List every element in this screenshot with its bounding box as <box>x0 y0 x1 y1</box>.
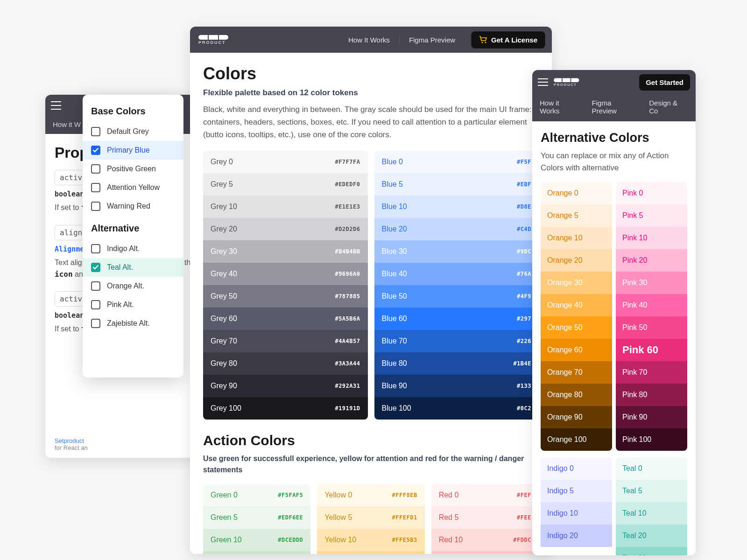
swatch-row[interactable]: Orange 50 <box>541 316 612 339</box>
swatch-row[interactable]: Blue 30#9DC <box>374 240 539 263</box>
swatch-row[interactable]: Red 5#FEE <box>431 506 539 529</box>
swatch-row[interactable]: Teal 5 <box>616 480 687 502</box>
swatch-row[interactable]: Grey 60#5A5B6A <box>203 308 368 330</box>
swatch-row[interactable]: Teal 20 <box>616 525 687 547</box>
color-filter-item[interactable]: Teal Alt. <box>83 258 183 277</box>
swatch-row[interactable]: Grey 90#292A31 <box>203 375 368 397</box>
checkbox[interactable] <box>91 319 100 328</box>
color-filter-item[interactable]: Warning Red <box>83 197 183 216</box>
swatch-row[interactable]: Blue 80#1B4E <box>374 352 539 375</box>
checkbox[interactable] <box>91 127 100 136</box>
swatch-row[interactable]: Grey 10#E1E1E3 <box>203 196 368 218</box>
swatch-row[interactable]: Orange 40 <box>541 294 612 316</box>
swatch-row[interactable]: Orange 80 <box>541 384 612 406</box>
swatch-row[interactable]: Indigo 20 <box>541 525 612 547</box>
swatch-row[interactable]: Grey 0#F7F7FA <box>203 151 368 173</box>
menu-icon[interactable] <box>538 78 548 86</box>
swatch-row[interactable]: Blue 100#0C2 <box>374 397 539 420</box>
color-filter-item[interactable]: Default Grey <box>83 122 183 141</box>
swatch-row[interactable]: Pink 50 <box>616 316 687 339</box>
swatch-row[interactable]: Orange 10 <box>541 227 612 249</box>
checkbox[interactable] <box>91 164 100 174</box>
subnav-item[interactable]: How it W <box>53 120 81 128</box>
nav-figma-preview[interactable]: Figma Preview <box>400 36 465 44</box>
swatch-row[interactable]: Orange 20 <box>541 249 612 272</box>
checkbox[interactable] <box>91 202 100 211</box>
swatch-row[interactable]: Grey 20#D2D2D6 <box>203 218 368 240</box>
checkbox[interactable] <box>91 244 100 253</box>
logo[interactable]: PRODUCT <box>554 78 579 86</box>
get-license-button[interactable]: Get A License <box>471 31 545 49</box>
swatch-row[interactable]: Pink 0 <box>616 182 687 204</box>
swatch-row[interactable]: Pink 40 <box>616 294 687 316</box>
color-filter-item[interactable]: Zajebiste Alt. <box>83 314 183 333</box>
swatch-row[interactable]: Blue 40#76A <box>374 263 539 285</box>
swatch-row[interactable]: Yellow 20#FFD98F <box>317 551 424 554</box>
swatch-row[interactable]: Grey 5#EDEDF0 <box>203 173 368 196</box>
color-filter-item[interactable]: Orange Alt. <box>83 277 183 295</box>
swatch-row[interactable]: Green 0#F5FAF5 <box>203 484 310 506</box>
swatch-row[interactable]: Pink 90 <box>616 406 687 428</box>
swatch-row[interactable]: Pink 80 <box>616 384 687 406</box>
nav-how-it-works[interactable]: How It Works <box>339 36 400 44</box>
swatch-row[interactable]: Grey 70#4A4B57 <box>203 330 368 352</box>
swatch-row[interactable]: Orange 0 <box>541 182 612 204</box>
swatch-row[interactable]: Indigo 5 <box>541 480 612 502</box>
swatch-row[interactable]: Teal 0 <box>616 457 687 480</box>
swatch-row[interactable]: Pink 5 <box>616 204 687 227</box>
swatch-row[interactable]: Red 20 <box>431 551 539 554</box>
swatch-row[interactable]: Yellow 5#FFEFD1 <box>317 506 424 529</box>
swatch-row[interactable]: Indigo 0 <box>541 457 612 480</box>
subnav-design-code[interactable]: Design & Co <box>649 99 688 115</box>
swatch-row[interactable]: Orange 60 <box>541 339 612 361</box>
swatch-row[interactable]: Blue 50#4F9 <box>374 285 539 308</box>
swatch-row[interactable]: Grey 80#3A3A44 <box>203 352 368 375</box>
color-filter-item[interactable]: Positive Green <box>83 160 183 178</box>
logo[interactable]: PRODUCT <box>198 35 228 44</box>
swatch-row[interactable]: Orange 100 <box>541 428 612 451</box>
swatch-row[interactable]: Grey 40#9696A0 <box>203 263 368 285</box>
swatch-row[interactable]: Orange 70 <box>541 361 612 384</box>
color-filter-item[interactable]: Primary Blue <box>83 141 183 160</box>
checkbox[interactable] <box>91 300 100 309</box>
color-filter-item[interactable]: Indigo Alt. <box>83 239 183 258</box>
color-filter-item[interactable]: Pink Alt. <box>83 295 183 314</box>
swatch-row[interactable]: Blue 20#C4D <box>374 218 539 240</box>
get-started-button[interactable]: Get Started <box>639 74 690 91</box>
swatch-row[interactable]: Green 5#EDF6EE <box>203 506 310 529</box>
menu-icon[interactable] <box>51 101 61 110</box>
swatch-row[interactable]: Orange 5 <box>541 204 612 227</box>
swatch-row[interactable]: Yellow 0#FFF8EB <box>317 484 424 506</box>
color-filter-item[interactable]: Attention Yellow <box>83 178 183 197</box>
swatch-row[interactable]: Indigo 10 <box>541 502 612 525</box>
subnav-how-it-works[interactable]: How it Works <box>540 99 581 115</box>
swatch-row[interactable]: Pink 100 <box>616 428 687 451</box>
swatch-row[interactable]: Green 10#DCEDDD <box>203 529 310 551</box>
swatch-row[interactable]: Blue 0#F5F <box>374 151 539 173</box>
checkbox[interactable] <box>91 263 100 272</box>
swatch-row[interactable]: Teal 10 <box>616 502 687 525</box>
checkbox[interactable] <box>91 281 100 291</box>
swatch-row[interactable]: Green 20#CBE5CC <box>203 551 310 554</box>
swatch-row[interactable]: Blue 90#133 <box>374 375 539 397</box>
subnav-figma-preview[interactable]: Figma Preview <box>592 99 638 115</box>
swatch-row[interactable]: Blue 10#D8E <box>374 196 539 218</box>
swatch-row[interactable]: Teal 30 <box>616 547 687 555</box>
swatch-row[interactable]: Blue 60#297 <box>374 308 539 330</box>
swatch-row[interactable]: Orange 90 <box>541 406 612 428</box>
swatch-row[interactable]: Grey 30#B4B4BB <box>203 240 368 263</box>
swatch-row[interactable]: Blue 5#EBF <box>374 173 539 196</box>
swatch-row[interactable]: Yellow 10#FFE5B3 <box>317 529 424 551</box>
swatch-row[interactable]: Orange 30 <box>541 272 612 294</box>
swatch-row[interactable]: Grey 100#19191D <box>203 397 368 420</box>
swatch-row[interactable]: Blue 70#226 <box>374 330 539 352</box>
swatch-row[interactable]: Pink 70 <box>616 361 687 384</box>
swatch-row[interactable]: Pink 20 <box>616 249 687 272</box>
swatch-row[interactable]: Grey 50#787885 <box>203 285 368 308</box>
footer-link[interactable]: Setproduct <box>55 437 84 444</box>
swatch-row[interactable]: Pink 60 <box>616 339 687 361</box>
swatch-row[interactable]: Pink 30 <box>616 272 687 294</box>
swatch-row[interactable]: Red 10#FDDC <box>431 529 539 551</box>
checkbox[interactable] <box>91 146 100 155</box>
swatch-row[interactable]: Red 0#FEF <box>431 484 539 506</box>
